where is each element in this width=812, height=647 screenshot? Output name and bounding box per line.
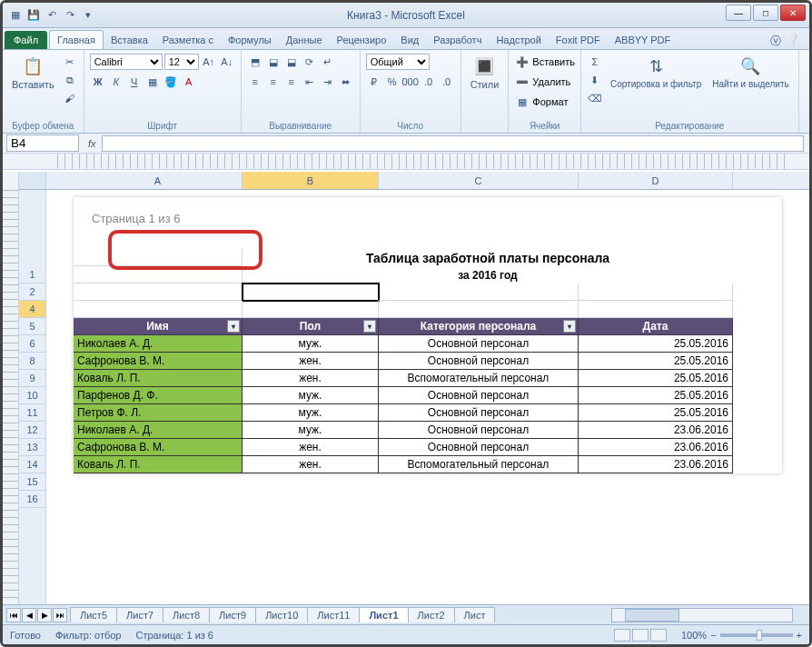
next-sheet-icon[interactable]: ▶	[37, 608, 52, 622]
paste-button[interactable]: 📋 Вставить	[8, 54, 58, 92]
zoom-out-icon[interactable]: −	[710, 630, 716, 641]
inc-decimal-icon[interactable]: .0	[421, 74, 437, 90]
last-sheet-icon[interactable]: ⏭	[53, 608, 67, 622]
normal-view-icon[interactable]	[614, 629, 630, 642]
insert-cells-button[interactable]: ➕Вставить	[514, 54, 575, 70]
table-row[interactable]: Коваль Л. П.жен.Вспомогательный персонал…	[74, 370, 782, 387]
cell-date[interactable]: 23.06.2016	[579, 439, 733, 456]
cell-gender[interactable]: муж.	[243, 335, 379, 353]
shrink-font-icon[interactable]: A↓	[219, 54, 235, 70]
cell-name[interactable]: Коваль Л. П.	[74, 456, 243, 473]
row-header[interactable]: 13	[19, 439, 45, 456]
sheet-tab[interactable]: Лист9	[209, 607, 256, 622]
maximize-button[interactable]: □	[753, 5, 778, 21]
column-header-name[interactable]: Имя▾	[74, 318, 243, 335]
row-header[interactable]: 14	[19, 456, 45, 473]
cell-date[interactable]: 23.06.2016	[579, 422, 733, 439]
close-button[interactable]: ✕	[780, 5, 806, 21]
sheet-tab[interactable]: Лист11	[307, 607, 360, 622]
name-box[interactable]	[6, 134, 79, 152]
format-painter-icon[interactable]: 🖌	[62, 90, 78, 106]
tab-foxit[interactable]: Foxit PDF	[549, 31, 608, 49]
filter-icon[interactable]: ▾	[227, 320, 240, 333]
sheet-tab[interactable]: Лист1	[359, 607, 408, 622]
cell-name[interactable]: Сафронова В. М.	[74, 439, 243, 456]
table-row[interactable]: Сафронова В. М.жен.Основной персонал25.0…	[74, 353, 782, 370]
column-header-date[interactable]: Дата	[579, 318, 733, 335]
table-row[interactable]: Петров Ф. Л.муж.Основной персонал25.05.2…	[74, 404, 782, 422]
horizontal-scrollbar[interactable]	[611, 608, 793, 622]
file-tab[interactable]: Файл	[5, 31, 47, 49]
sheet-tab[interactable]: Лист	[454, 607, 496, 622]
sheet-tab[interactable]: Лист2	[408, 607, 455, 622]
filter-icon[interactable]: ▾	[363, 320, 376, 333]
fill-icon[interactable]: ⬇	[587, 72, 603, 88]
cell-gender[interactable]: жен.	[243, 353, 379, 370]
currency-icon[interactable]: ₽	[366, 74, 382, 90]
minimize-ribbon-icon[interactable]: ⓥ	[770, 34, 781, 49]
indent-inc-icon[interactable]: ⇥	[320, 74, 336, 90]
border-icon[interactable]: ▦	[144, 74, 161, 90]
autosum-icon[interactable]: Σ	[587, 54, 603, 70]
fx-icon[interactable]: fx	[83, 138, 102, 149]
sheet-tab[interactable]: Лист8	[163, 607, 210, 622]
cell-category[interactable]: Основной персонал	[379, 335, 579, 353]
cell-gender[interactable]: жен.	[243, 370, 379, 387]
clear-icon[interactable]: ⌫	[587, 90, 603, 106]
tab-layout[interactable]: Разметка с	[155, 31, 221, 49]
help-icon[interactable]: ❔	[787, 34, 800, 49]
wrap-text-icon[interactable]: ↵	[320, 54, 336, 70]
styles-button[interactable]: 🔳 Стили	[467, 54, 503, 92]
column-header-category[interactable]: Категория персонала▾	[379, 318, 579, 335]
row-header[interactable]: 2	[19, 284, 45, 301]
row-header[interactable]: 12	[19, 422, 45, 439]
dec-decimal-icon[interactable]: .0	[439, 74, 455, 90]
comma-icon[interactable]: 000	[402, 74, 419, 90]
cell-name[interactable]: Петров Ф. Л.	[74, 404, 243, 422]
redo-icon[interactable]: ↷	[63, 8, 77, 23]
row-header[interactable]: 11	[19, 404, 45, 422]
font-size-select[interactable]: 12	[164, 54, 199, 70]
font-color-icon[interactable]: A	[181, 74, 197, 90]
copy-icon[interactable]: ⧉	[62, 72, 78, 88]
table-row[interactable]: Николаев А. Д.муж.Основной персонал23.06…	[74, 422, 782, 439]
cell-name[interactable]: Николаев А. Д.	[74, 335, 243, 353]
cell-category[interactable]: Вспомогательный персонал	[379, 370, 579, 387]
cell-date[interactable]: 25.05.2016	[579, 335, 733, 353]
formula-input[interactable]	[102, 135, 804, 152]
align-center-icon[interactable]: ≡	[265, 74, 282, 90]
tab-view[interactable]: Вид	[393, 31, 426, 49]
first-sheet-icon[interactable]: ⏮	[6, 608, 21, 622]
col-header[interactable]: D	[579, 172, 733, 189]
fill-color-icon[interactable]: 🪣	[163, 74, 179, 90]
zoom-in-icon[interactable]: +	[797, 630, 802, 641]
undo-icon[interactable]: ↶	[45, 8, 59, 23]
cell-date[interactable]: 23.06.2016	[579, 456, 733, 473]
cell-category[interactable]: Основной персонал	[379, 439, 579, 456]
tab-insert[interactable]: Вставка	[104, 31, 155, 49]
underline-icon[interactable]: Ч	[126, 74, 143, 90]
cell-category[interactable]: Основной персонал	[379, 387, 579, 404]
indent-dec-icon[interactable]: ⇤	[302, 74, 318, 90]
cell-date[interactable]: 25.05.2016	[579, 387, 733, 404]
row-header[interactable]: 5	[19, 318, 45, 335]
align-bottom-icon[interactable]: ⬓	[283, 54, 300, 70]
merge-icon[interactable]: ⬌	[338, 74, 354, 90]
cell-name[interactable]: Николаев А. Д.	[74, 422, 243, 439]
row-header[interactable]: 6	[19, 335, 45, 353]
bold-icon[interactable]: Ж	[90, 74, 106, 90]
row-header[interactable]: 10	[19, 387, 45, 404]
cell-name[interactable]: Коваль Л. П.	[74, 370, 243, 387]
tab-review[interactable]: Рецензиро	[330, 31, 394, 49]
cell-category[interactable]: Основной персонал	[379, 353, 579, 370]
percent-icon[interactable]: %	[384, 74, 401, 90]
format-cells-button[interactable]: ▦Формат	[514, 94, 568, 110]
prev-sheet-icon[interactable]: ◀	[22, 608, 36, 622]
align-middle-icon[interactable]: ⬓	[265, 54, 282, 70]
zoom-slider[interactable]	[720, 633, 793, 637]
tab-data[interactable]: Данные	[279, 31, 330, 49]
cell-date[interactable]: 25.05.2016	[579, 404, 733, 422]
cell-gender[interactable]: жен.	[243, 439, 379, 456]
grid[interactable]: A B C D Страница 1 из 6 Таблица заработн…	[46, 172, 809, 604]
col-header[interactable]: A	[74, 172, 243, 189]
